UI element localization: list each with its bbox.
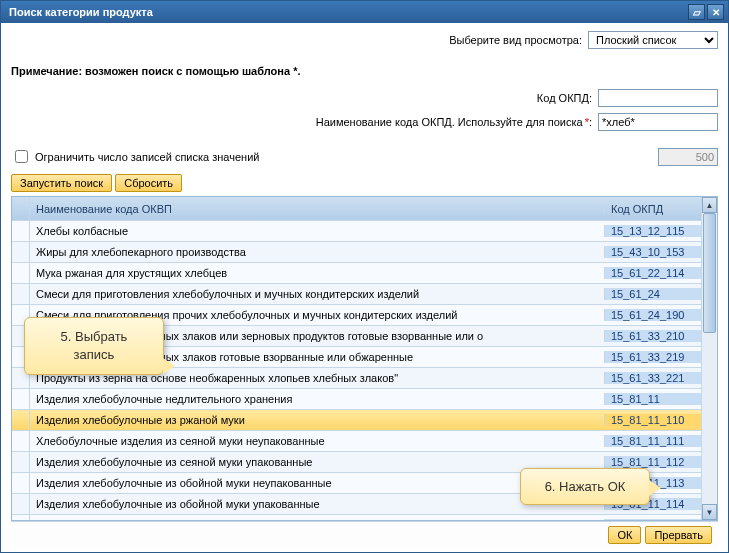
callout-select-row: 5. Выбрать запись (24, 317, 164, 375)
dialog-footer: ОК Прервать (11, 521, 718, 548)
table-row[interactable]: Изделия хлебобулочные обдирной муки неуп… (12, 515, 701, 520)
cell-code: 15_81_11 (605, 393, 701, 405)
cell-name: Изделия хлебобулочные из сеяной муки упа… (30, 456, 605, 468)
cell-code: 15_81_11_111 (605, 435, 701, 447)
table-header: Наименование кода ОКВП Код ОКПД (12, 197, 701, 221)
search-note: Примечание: возможен поиск с помощью шаб… (11, 65, 718, 77)
name-input[interactable] (598, 113, 718, 131)
limit-checkbox[interactable] (15, 150, 28, 163)
minimize-icon[interactable]: ▱ (688, 4, 705, 20)
scroll-thumb[interactable] (703, 213, 716, 333)
titlebar: Поиск категории продукта ▱ ✕ (1, 1, 728, 23)
cell-name: Изделия хлебобулочные из ржаной муки (30, 414, 605, 426)
cell-name: Изделия хлебобулочные из обойной муки не… (30, 477, 605, 489)
limit-value (658, 148, 718, 166)
cell-code: 15_81_11_115 (605, 519, 701, 520)
cell-code: 15_61_24 (605, 288, 701, 300)
scroll-up-icon[interactable]: ▲ (702, 197, 717, 213)
cell-name: Изделия хлебобулочные из обойной муки уп… (30, 498, 605, 510)
cell-code: 15_61_22_114 (605, 267, 701, 279)
cell-name: Изделия хлебобулочные обдирной муки неуп… (30, 519, 605, 520)
cell-code: 15_13_12_115 (605, 225, 701, 237)
button-bar: Запустить поиск Сбросить (11, 174, 718, 192)
scroll-down-icon[interactable]: ▼ (702, 504, 717, 520)
cell-name: Хлебобулочные изделия из сеяной муки неу… (30, 435, 605, 447)
search-button[interactable]: Запустить поиск (11, 174, 112, 192)
cancel-button[interactable]: Прервать (645, 526, 712, 544)
table-row[interactable]: Изделия хлебобулочные из ржаной муки15_8… (12, 410, 701, 431)
limit-row: Ограничить число записей списка значений (11, 147, 718, 166)
close-icon[interactable]: ✕ (707, 4, 724, 20)
cell-name: Смеси для приготовления хлебобулочных и … (30, 288, 605, 300)
cell-code: 15_81_11_110 (605, 414, 701, 426)
header-name[interactable]: Наименование кода ОКВП (30, 203, 605, 215)
cell-name: Изделия хлебобулочные недлительного хран… (30, 393, 605, 405)
cell-code: 15_61_24_190 (605, 309, 701, 321)
name-label: Наименование кода ОКПД. Используйте для … (252, 116, 592, 128)
cell-code: 15_61_33_210 (605, 330, 701, 342)
reset-button[interactable]: Сбросить (115, 174, 182, 192)
ok-button[interactable]: ОК (608, 526, 641, 544)
cell-code: 15_61_33_221 (605, 372, 701, 384)
vertical-scrollbar[interactable]: ▲ ▼ (701, 197, 717, 520)
limit-label: Ограничить число записей списка значений (35, 151, 259, 163)
cell-code: 15_61_33_219 (605, 351, 701, 363)
cell-code: 15_43_10_153 (605, 246, 701, 258)
viewmode-label: Выберите вид просмотра: (449, 34, 582, 46)
table-row[interactable]: Жиры для хлебопекарного производства15_4… (12, 242, 701, 263)
code-label: Код ОКПД: (252, 92, 592, 104)
table-row[interactable]: Хлебобулочные изделия из сеяной муки неу… (12, 431, 701, 452)
table-row[interactable]: Смеси для приготовления хлебобулочных и … (12, 284, 701, 305)
cell-name: Мука ржаная для хрустящих хлебцев (30, 267, 605, 279)
search-fields: Код ОКПД: Наименование кода ОКПД. Исполь… (11, 89, 718, 137)
cell-name: Жиры для хлебопекарного производства (30, 246, 605, 258)
table-row[interactable]: Изделия хлебобулочные недлительного хран… (12, 389, 701, 410)
code-input[interactable] (598, 89, 718, 107)
cell-code: 15_81_11_112 (605, 456, 701, 468)
viewmode-select[interactable]: Плоский список (588, 31, 718, 49)
table-row[interactable]: Хлебы колбасные15_13_12_115 (12, 221, 701, 242)
window-title: Поиск категории продукта (9, 6, 686, 18)
callout-press-ok: 6. Нажать ОК (520, 468, 650, 505)
table-row[interactable]: Мука ржаная для хрустящих хлебцев15_61_2… (12, 263, 701, 284)
cell-name: Хлебы колбасные (30, 225, 605, 237)
viewmode-row: Выберите вид просмотра: Плоский список (11, 31, 718, 49)
header-code[interactable]: Код ОКПД (605, 203, 701, 215)
